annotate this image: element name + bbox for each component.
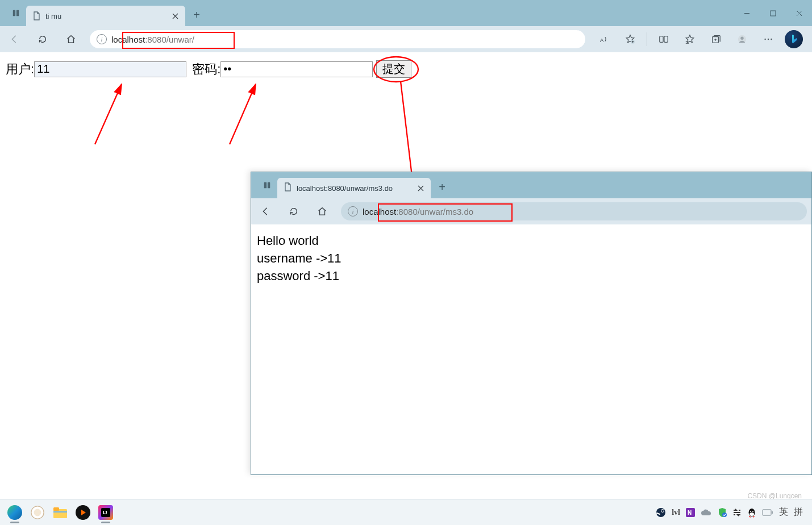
address-bar[interactable]: i localhost:8080/unwar/ — [90, 30, 585, 48]
taskbar-edge-icon[interactable] — [3, 501, 26, 524]
taskbar-explorer-icon[interactable] — [49, 501, 72, 524]
titlebar: ti mu + — [0, 0, 812, 26]
tray-ime-lang[interactable]: 英 — [779, 506, 788, 518]
svg-rect-28 — [53, 507, 59, 511]
svg-rect-29 — [53, 511, 67, 512]
svg-point-24 — [7, 505, 22, 520]
output-line-3: password ->11 — [257, 268, 806, 285]
toolbar-2: i localhost:8080/unwar/ms3.do — [251, 198, 811, 224]
svg-rect-44 — [772, 511, 773, 514]
tray-qq-icon[interactable] — [747, 507, 756, 518]
svg-text:N: N — [688, 510, 692, 516]
tray-ime-mode[interactable]: 拼 — [794, 506, 803, 518]
back-button[interactable] — [5, 30, 24, 49]
document-icon — [32, 11, 41, 20]
svg-point-15 — [771, 39, 772, 40]
tab-overview-button-2[interactable] — [257, 172, 277, 198]
browser-window-2: localhost:8080/unwar/ms3.do + i localhos… — [251, 172, 812, 475]
profile-icon[interactable] — [732, 30, 752, 49]
active-tab-2[interactable]: localhost:8080/unwar/ms3.do — [277, 178, 431, 198]
user-label: 用户: — [6, 61, 34, 78]
titlebar-2: localhost:8080/unwar/ms3.do + — [251, 172, 811, 198]
url-text-2: localhost:8080/unwar/ms3.do — [363, 207, 473, 216]
svg-point-12 — [740, 37, 743, 40]
svg-rect-1 — [16, 10, 19, 16]
tray-onenote-icon[interactable]: N — [686, 508, 695, 517]
refresh-button[interactable] — [33, 30, 52, 49]
site-info-icon-2[interactable]: i — [348, 206, 358, 216]
home-button-2[interactable] — [313, 202, 332, 221]
svg-rect-7 — [664, 36, 668, 43]
submit-button[interactable]: 提交 — [376, 60, 411, 78]
taskbar-media-icon[interactable] — [72, 501, 94, 524]
close-tab-button[interactable] — [170, 11, 180, 20]
tray-sync-icon[interactable] — [732, 508, 742, 517]
password-input[interactable] — [220, 61, 373, 77]
toolbar: i localhost:8080/unwar/ A — [0, 26, 812, 52]
close-window-button[interactable] — [786, 0, 812, 26]
svg-text:A: A — [600, 37, 604, 43]
svg-point-13 — [764, 39, 765, 40]
tab-overview-button[interactable] — [6, 0, 26, 26]
minimize-button[interactable] — [734, 0, 760, 26]
bing-chat-icon[interactable] — [785, 30, 803, 48]
tray-steam-icon[interactable] — [656, 507, 666, 518]
taskbar-intellij-icon[interactable]: IJ — [94, 501, 117, 524]
page-content-1: 用户: 密码: 提交 — [0, 52, 812, 86]
taskbar: IJ lvl N 英 拼 — [0, 499, 812, 525]
svg-point-26 — [34, 509, 41, 516]
svg-point-42 — [752, 511, 753, 512]
close-tab-button-2[interactable] — [416, 185, 425, 191]
new-tab-button[interactable]: + — [188, 6, 206, 24]
new-tab-button-2[interactable]: + — [433, 178, 451, 196]
more-icon[interactable] — [759, 30, 778, 49]
svg-point-38 — [722, 512, 727, 517]
read-aloud-icon[interactable]: A — [594, 30, 614, 49]
home-button[interactable] — [61, 30, 81, 49]
svg-rect-0 — [13, 10, 15, 16]
tab-title: ti mu — [45, 12, 170, 20]
page-content-2: Hello world username ->11 password ->11 — [251, 224, 811, 293]
svg-rect-22 — [264, 182, 266, 189]
document-icon — [283, 182, 292, 194]
svg-point-41 — [750, 511, 751, 512]
password-label: 密码: — [192, 61, 220, 78]
collections-icon[interactable] — [706, 30, 726, 49]
output-line-1: Hello world — [257, 232, 806, 250]
tray-battery-icon[interactable] — [762, 509, 773, 516]
tray-security-icon[interactable] — [718, 507, 727, 518]
tab-title-2: localhost:8080/unwar/ms3.do — [297, 184, 416, 193]
active-tab[interactable]: ti mu — [26, 6, 185, 26]
svg-point-14 — [768, 39, 769, 40]
maximize-button[interactable] — [760, 0, 786, 26]
site-info-icon[interactable]: i — [97, 34, 107, 44]
back-button-2[interactable] — [256, 202, 275, 221]
output-line-2: username ->11 — [257, 250, 806, 268]
url-text: localhost:8080/unwar/ — [111, 35, 194, 44]
refresh-button-2[interactable] — [284, 202, 303, 221]
favorites-bar-icon[interactable] — [680, 30, 699, 49]
user-input[interactable] — [34, 61, 186, 77]
favorite-icon[interactable] — [621, 30, 640, 49]
svg-point-40 — [749, 512, 754, 516]
svg-text:IJ: IJ — [103, 510, 107, 515]
svg-rect-23 — [268, 182, 270, 189]
address-bar-2[interactable]: i localhost:8080/unwar/ms3.do — [341, 202, 807, 220]
svg-rect-6 — [660, 36, 663, 43]
system-tray: lvl N 英 拼 — [656, 506, 809, 518]
tray-onedrive-icon[interactable] — [701, 509, 712, 516]
svg-rect-3 — [771, 11, 776, 16]
taskbar-app-icon-1[interactable] — [26, 501, 49, 524]
svg-rect-43 — [763, 510, 771, 515]
tray-m-icon[interactable]: lvl — [672, 508, 680, 517]
svg-point-34 — [656, 508, 665, 517]
split-screen-icon[interactable] — [654, 30, 673, 49]
